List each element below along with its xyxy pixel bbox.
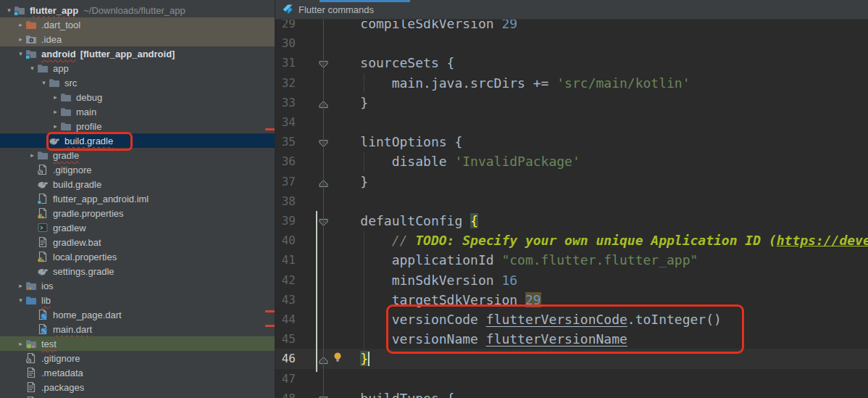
tree-item-gradlew[interactable]: gradlew <box>0 220 275 235</box>
tree-item-label: main.dart <box>53 324 92 335</box>
tree-item-src[interactable]: ▾src <box>0 75 275 90</box>
dart-tool-folder-icon <box>25 19 38 30</box>
ios-folder-icon <box>25 280 38 291</box>
text-file-icon <box>37 236 49 248</box>
tree-item-flutter_app_android.iml[interactable]: flutter_app_android.iml <box>0 191 275 206</box>
intention-lightbulb-icon[interactable] <box>332 351 343 362</box>
changed-lines-marker <box>316 211 317 372</box>
chevron-collapsed-icon[interactable]: ▸ <box>51 94 60 101</box>
text-file-icon <box>25 381 38 393</box>
line-number: 43 <box>275 290 296 310</box>
code-text: defaultConfig { <box>329 211 478 231</box>
tree-item-build.gradle[interactable]: build.gradle <box>0 133 275 148</box>
chevron-expanded-icon[interactable]: ▾ <box>39 79 49 86</box>
tree-item-label: gradle.properties <box>53 208 124 219</box>
tree-item-debug[interactable]: ▸debug <box>0 90 275 104</box>
chevron-collapsed-icon[interactable]: ▸ <box>51 108 60 115</box>
chevron-collapsed-icon[interactable]: ▸ <box>16 36 25 43</box>
tree-item-lib[interactable]: ▾lib <box>0 293 275 307</box>
module-file-icon <box>37 193 49 204</box>
tree-item-partial[interactable] <box>0 394 275 398</box>
chevron-collapsed-icon[interactable]: ▸ <box>16 282 25 289</box>
tree-item-label: flutter_app_android.iml <box>53 194 149 204</box>
chevron-expanded-icon[interactable]: ▾ <box>16 297 25 304</box>
tree-item-.metadata[interactable]: .metadata <box>0 365 275 380</box>
code-text: versionCode flutterVersionCode.toInteger… <box>329 310 722 329</box>
line-number: 47 <box>275 369 296 389</box>
code-text: main.java.srcDirs += 'src/main/kotlin' <box>329 73 690 93</box>
tree-item-label: flutter_app <box>30 5 78 16</box>
chevron-collapsed-icon[interactable]: ▸ <box>16 21 25 28</box>
tree-item-build.gradle[interactable]: build.gradle <box>0 177 275 191</box>
error-stripe-mark <box>265 325 275 327</box>
line-number: 41 <box>275 250 296 270</box>
tree-item-label: .gitignore <box>41 353 80 364</box>
code-text: disable 'InvalidPackage' <box>329 152 580 171</box>
tree-item-home_page.dart[interactable]: home_page.dart <box>0 307 275 322</box>
tree-item-label: ios <box>41 281 54 291</box>
tree-item-settings.gradle[interactable]: settings.gradle <box>0 264 275 278</box>
tree-item-profile[interactable]: ▸profile <box>0 119 275 133</box>
tree-item-ios[interactable]: ▸ios <box>0 278 275 293</box>
indent-guide <box>364 73 364 93</box>
fold-region-line <box>323 20 324 398</box>
code-line-33[interactable]: 33 } <box>275 93 868 113</box>
tree-item-label: lib <box>41 295 51 306</box>
code-editor[interactable]: 29 compileSdkVersion 293031 sourceSets {… <box>275 0 868 398</box>
code-text: applicationId "com.flutter.flutter_app" <box>329 250 698 270</box>
tree-item-.idea[interactable]: ▸.idea <box>0 32 275 46</box>
line-number: 48 <box>275 389 296 398</box>
tree-item-label: .dart_tool <box>41 20 80 30</box>
module-folder-icon <box>14 4 26 16</box>
tree-item-label: app <box>53 63 69 74</box>
flutter-commands-bar[interactable]: Flutter commands <box>275 0 868 20</box>
tree-item-local.properties[interactable]: local.properties <box>0 249 275 264</box>
flutter-logo-icon <box>283 4 293 15</box>
chevron-collapsed-icon[interactable]: ▸ <box>28 152 37 159</box>
tree-item-.gitignore[interactable]: .gitignore <box>0 351 275 365</box>
folder-icon <box>37 149 49 161</box>
tree-item-label: profile <box>76 121 101 132</box>
indent-guide <box>364 231 364 349</box>
tree-item-android[interactable]: ▾android[flutter_app_android] <box>0 46 275 61</box>
chevron-expanded-icon[interactable]: ▾ <box>28 65 37 72</box>
tree-item-.packages[interactable]: .packages <box>0 380 275 394</box>
tree-item-main[interactable]: ▸main <box>0 104 275 119</box>
chevron-expanded-icon[interactable]: ▾ <box>16 50 25 57</box>
code-text: sourceSets { <box>329 53 454 72</box>
code-line-35[interactable]: 35 lintOptions { <box>275 132 868 152</box>
tree-item-main.dart[interactable]: main.dart <box>0 322 275 336</box>
tree-item-label: build.gradle <box>53 179 101 190</box>
indent-guide <box>364 152 364 172</box>
code-line-31[interactable]: 31 sourceSets { <box>275 53 868 73</box>
text-file-icon <box>25 367 38 378</box>
tree-item-label: debug <box>76 92 102 103</box>
chevron-expanded-icon[interactable]: ▾ <box>4 7 14 14</box>
tree-item-label: gradlew <box>53 223 86 233</box>
tree-item-label: .gitignore <box>53 165 91 175</box>
code-line-48[interactable]: 48 buildTypes { <box>275 389 868 398</box>
chevron-collapsed-icon[interactable]: ▸ <box>16 340 25 347</box>
line-number: 30 <box>275 33 296 54</box>
code-line-46[interactable]: 46 } <box>275 349 868 369</box>
chevron-collapsed-icon[interactable]: ▸ <box>51 123 60 130</box>
code-line-47[interactable]: 47 <box>275 369 868 389</box>
tree-item-app[interactable]: ▾app <box>0 61 275 75</box>
tree-item-gradlew.bat[interactable]: gradlew.bat <box>0 235 275 249</box>
tree-item-.dart_tool[interactable]: ▸.dart_tool <box>0 17 275 32</box>
code-line-34[interactable]: 34 <box>275 112 868 133</box>
code-line-38[interactable]: 38 <box>275 191 868 212</box>
code-line-37[interactable]: 37 } <box>275 172 868 192</box>
tree-item-suffix: ~/Downloads/flutter_app <box>83 5 185 16</box>
tree-item-label: .metadata <box>41 368 83 378</box>
tree-item-.gitignore[interactable]: .gitignore <box>0 162 275 177</box>
tree-item-label: gradle <box>53 150 79 161</box>
folder-icon <box>37 62 49 74</box>
tree-item-test[interactable]: ▸test <box>0 336 275 351</box>
code-line-39[interactable]: 39 defaultConfig { <box>275 211 868 231</box>
tree-item-gradle.properties[interactable]: gradle.properties <box>0 206 275 220</box>
tree-item-flutter_app[interactable]: ▾flutter_app~/Downloads/flutter_app <box>0 3 275 17</box>
tree-item-gradle[interactable]: ▸gradle <box>0 148 275 162</box>
code-text: // TODO: Specify your own unique Applica… <box>329 231 868 250</box>
code-line-30[interactable]: 30 <box>275 33 868 54</box>
